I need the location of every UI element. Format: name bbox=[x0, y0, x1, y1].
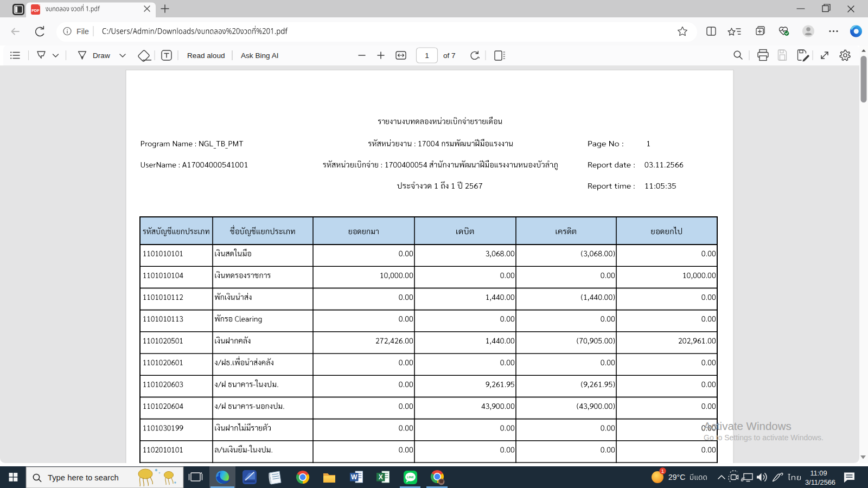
svg-text:1: 1 bbox=[425, 52, 429, 60]
svg-text:File: File bbox=[76, 27, 89, 36]
svg-text:Go to Settings to activate Win: Go to Settings to activate Windows. bbox=[704, 433, 824, 442]
svg-text:Type here to search: Type here to search bbox=[48, 473, 119, 482]
svg-text:PDF: PDF bbox=[31, 8, 40, 13]
svg-text:3/11/2566: 3/11/2566 bbox=[805, 478, 835, 486]
svg-text:LINE: LINE bbox=[407, 476, 414, 479]
svg-text:of 7: of 7 bbox=[443, 52, 456, 60]
svg-text:29°C: 29°C bbox=[668, 473, 685, 481]
svg-text:Read aloud: Read aloud bbox=[187, 52, 225, 60]
svg-text:Activate Windows: Activate Windows bbox=[704, 420, 792, 432]
svg-text:11:09: 11:09 bbox=[810, 469, 827, 477]
svg-text:Draw: Draw bbox=[93, 52, 110, 60]
svg-text:Ask Bing AI: Ask Bing AI bbox=[241, 52, 279, 60]
svg-text:W: W bbox=[351, 473, 358, 481]
svg-text:1: 1 bbox=[661, 468, 664, 474]
svg-text:X: X bbox=[379, 473, 383, 481]
